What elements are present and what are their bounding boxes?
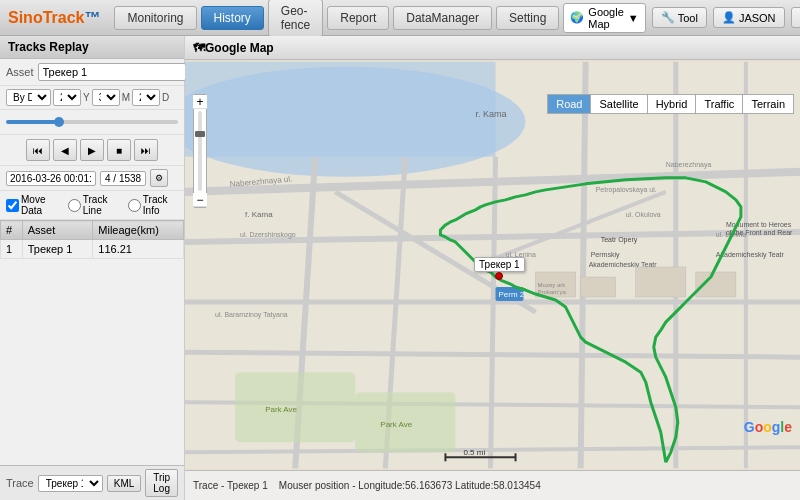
table-row: 1 Трекер 1 116.21	[1, 240, 184, 259]
svg-text:f. Kama: f. Kama	[245, 210, 273, 219]
track-line-radio[interactable]	[68, 199, 81, 212]
playback-controls: ⏮ ◀ ▶ ■ ⏭	[0, 135, 184, 166]
tracker-label: Трекер 1	[474, 257, 525, 272]
cell-asset: Трекер 1	[22, 240, 93, 259]
svg-text:Muzey ark: Muzey ark	[538, 282, 567, 288]
svg-rect-38	[581, 277, 616, 297]
track-line-option[interactable]: Track Line	[68, 194, 120, 216]
svg-text:ul. Baramzinoy Tatyana: ul. Baramzinoy Tatyana	[215, 311, 288, 319]
tool-button[interactable]: 🔧 Tool	[652, 7, 707, 28]
logo-track: Track	[43, 9, 85, 26]
tab-history[interactable]: History	[201, 6, 264, 30]
svg-text:Naberezhnaya: Naberezhnaya	[666, 161, 712, 169]
asset-input[interactable]	[38, 63, 186, 81]
track-info-label: Track Info	[143, 194, 178, 216]
road-view-button[interactable]: Road	[547, 94, 590, 114]
sidebar-bottom: Trace Трекер 1 KML Trip Log	[0, 465, 184, 500]
zoom-control[interactable]: + −	[193, 94, 207, 208]
map-title: Google Map	[205, 41, 274, 55]
col-num: #	[1, 221, 23, 240]
tracker-marker: Трекер 1	[474, 257, 525, 280]
track-line-label: Track Line	[83, 194, 120, 216]
track-table: # Asset Mileage(km) 1 Трекер 1 116.21	[0, 220, 184, 465]
year-select[interactable]: 2016	[53, 89, 81, 106]
col-mileage: Mileage(km)	[93, 221, 184, 240]
play-button[interactable]: ▶	[80, 139, 104, 161]
date-row: By Day 2016 Y 3 M 26 D	[0, 86, 184, 110]
google-map-select[interactable]: 🌍 Google Map ▼	[563, 3, 645, 33]
sidebar: Tracks Replay Asset Clear By Day 2016 Y …	[0, 36, 185, 500]
asset-label: Asset	[6, 66, 34, 78]
svg-text:Petropalovskaya ul.: Petropalovskaya ul.	[596, 186, 657, 194]
map-canvas[interactable]: Naberezhnaya ul. ul. Dzershinskogo ul. B…	[185, 60, 800, 470]
svg-text:Park Ave: Park Ave	[380, 420, 412, 429]
cell-num: 1	[1, 240, 23, 259]
svg-text:Perm 2: Perm 2	[499, 290, 525, 299]
svg-text:ul. Dzershinskogo: ul. Dzershinskogo	[240, 231, 296, 239]
zoom-slider[interactable]	[198, 111, 202, 191]
svg-text:ul. Okulova: ul. Okulova	[626, 211, 661, 218]
stop-button[interactable]: ■	[107, 139, 131, 161]
move-data-checkbox[interactable]	[6, 199, 19, 212]
zoom-slider-handle[interactable]	[195, 131, 205, 137]
settings-small-button[interactable]: ⚙	[150, 169, 168, 187]
progress-slider[interactable]	[6, 120, 178, 124]
google-logo: Google	[744, 419, 792, 435]
logo-sino: Sino	[8, 9, 43, 26]
terrain-view-button[interactable]: Terrain	[742, 94, 794, 114]
zoom-in-button[interactable]: +	[193, 95, 207, 109]
kml-button[interactable]: KML	[107, 475, 142, 492]
satellite-view-button[interactable]: Satellite	[590, 94, 646, 114]
tab-datamanager[interactable]: DataManager	[393, 6, 492, 30]
trace-select[interactable]: Трекер 1	[38, 475, 103, 492]
zoom-out-button[interactable]: −	[193, 193, 207, 207]
logo: SinoTrack™	[8, 9, 100, 27]
tab-setting[interactable]: Setting	[496, 6, 559, 30]
svg-rect-39	[636, 267, 686, 297]
sidebar-title: Tracks Replay	[0, 36, 184, 59]
tab-geofence[interactable]: Geo-fence	[268, 0, 323, 37]
tracker-pin-icon	[495, 272, 503, 280]
svg-text:Teatr Opery: Teatr Opery	[601, 236, 638, 244]
message-button[interactable]: ✉ Message	[791, 7, 800, 28]
traffic-view-button[interactable]: Traffic	[695, 94, 742, 114]
month-select[interactable]: 3	[92, 89, 120, 106]
tab-report[interactable]: Report	[327, 6, 389, 30]
skip-back-button[interactable]: ⏮	[26, 139, 50, 161]
year-label: Y	[83, 92, 90, 103]
slider-row	[0, 110, 184, 135]
skip-forward-button[interactable]: ⏭	[134, 139, 158, 161]
step-back-button[interactable]: ◀	[53, 139, 77, 161]
user-button[interactable]: 👤 JASON	[713, 7, 785, 28]
main-layout: Tracks Replay Asset Clear By Day 2016 Y …	[0, 36, 800, 500]
svg-text:0.5 mi: 0.5 mi	[463, 448, 485, 457]
by-day-select[interactable]: By Day	[6, 89, 51, 106]
svg-text:Akademicheskiy Teatr: Akademicheskiy Teatr	[716, 251, 785, 259]
slider-thumb[interactable]	[54, 117, 64, 127]
map-title-bar: 🗺 Google Map	[185, 36, 800, 60]
track-info-radio[interactable]	[128, 199, 141, 212]
asset-row: Asset Clear	[0, 59, 184, 86]
cell-mileage: 116.21	[93, 240, 184, 259]
day-select[interactable]: 26	[132, 89, 160, 106]
svg-text:Permskiy: Permskiy	[591, 251, 620, 259]
trip-log-button[interactable]: Trip Log	[145, 469, 178, 497]
svg-rect-2	[185, 62, 496, 157]
map-type-buttons: Road Satellite Hybrid Traffic Terrain	[547, 94, 794, 114]
right-tools: 🌍 Google Map ▼ 🔧 Tool 👤 JASON ✉ Message …	[563, 3, 800, 33]
svg-text:Prokam'ya: Prokam'ya	[538, 289, 567, 295]
datetime-display[interactable]	[6, 171, 96, 186]
svg-text:r. Kama: r. Kama	[475, 109, 506, 119]
status-bar: Trace - Трекер 1 Mouser position - Longi…	[185, 470, 800, 500]
track-info-option[interactable]: Track Info	[128, 194, 178, 216]
trace-label: Trace	[6, 477, 34, 489]
tab-monitoring[interactable]: Monitoring	[114, 6, 196, 30]
day-label: D	[162, 92, 169, 103]
hybrid-view-button[interactable]: Hybrid	[647, 94, 696, 114]
move-data-option[interactable]: Move Data	[6, 194, 60, 216]
map-area[interactable]: 🗺 Google Map	[185, 36, 800, 500]
progress-badge: 4 / 1538	[100, 171, 146, 186]
month-label: M	[122, 92, 130, 103]
svg-text:Park Ave: Park Ave	[265, 405, 297, 414]
playback-info-row: 4 / 1538 ⚙	[0, 166, 184, 191]
